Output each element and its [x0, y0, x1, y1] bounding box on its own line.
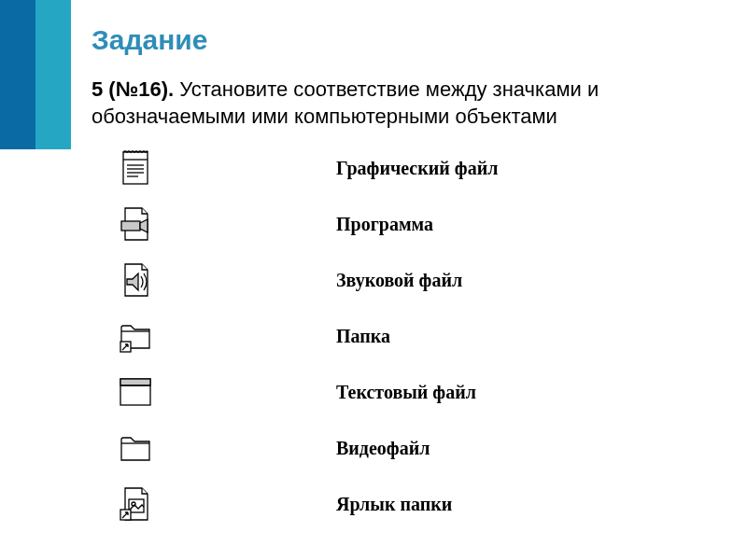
program-window-icon	[93, 372, 177, 412]
folder-icon	[93, 428, 177, 468]
object-label: Ярлык папки	[177, 494, 691, 515]
list-item: Звуковой файл	[93, 252, 691, 308]
task-number: 5 (№16).	[92, 77, 174, 101]
matching-list: Графический файл Программа	[93, 140, 691, 532]
svg-rect-0	[123, 152, 148, 184]
page-title: Задание	[92, 24, 207, 56]
accent-bar-dark	[0, 0, 35, 149]
object-label: Папка	[177, 326, 691, 347]
accent-bars	[0, 0, 71, 149]
list-item: Видеофайл	[93, 420, 691, 476]
object-label: Видеофайл	[177, 438, 691, 459]
folder-shortcut-icon	[93, 316, 177, 356]
list-item: Программа	[93, 196, 691, 252]
svg-rect-11	[120, 379, 150, 385]
object-label: Графический файл	[177, 158, 691, 179]
list-item: Текстовый файл	[93, 364, 691, 420]
video-file-icon	[93, 204, 177, 244]
list-item: Ярлык папки	[93, 476, 691, 532]
object-label: Звуковой файл	[177, 270, 691, 291]
object-label: Текстовый файл	[177, 382, 691, 403]
svg-rect-6	[121, 221, 140, 231]
list-item: Графический файл	[93, 140, 691, 196]
accent-bar-light	[35, 0, 71, 149]
audio-file-icon	[93, 260, 177, 300]
text-file-icon	[93, 148, 177, 188]
list-item: Папка	[93, 308, 691, 364]
slide: Задание 5 (№16). Установите соответствие…	[0, 0, 747, 560]
task-instruction: 5 (№16). Установите соответствие между з…	[92, 77, 689, 130]
image-shortcut-icon	[93, 484, 177, 524]
object-label: Программа	[177, 214, 691, 235]
